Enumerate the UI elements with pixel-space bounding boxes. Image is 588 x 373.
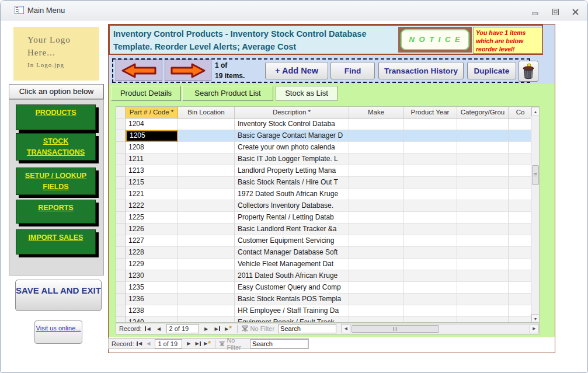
table-row[interactable]: 1222Collectors Inventory Database. [116, 200, 539, 212]
cell[interactable] [178, 118, 235, 130]
record-position-box[interactable]: 2 of 19 [166, 324, 199, 333]
last-record-button[interactable]: ▶ [194, 339, 202, 348]
cell[interactable] [403, 282, 457, 294]
table-row[interactable]: 1235Easy Customer Query and Comp [116, 282, 539, 294]
visit-us-online-link[interactable]: Visit us online... [34, 320, 82, 344]
cell[interactable] [403, 142, 457, 154]
cell[interactable] [178, 235, 235, 247]
cell[interactable] [403, 235, 457, 247]
cell[interactable] [457, 189, 509, 200]
row-selector[interactable] [116, 189, 126, 200]
cell[interactable] [457, 305, 509, 317]
scroll-right-icon[interactable]: ▶ [530, 324, 539, 333]
row-selector[interactable] [116, 165, 126, 177]
cell[interactable] [509, 247, 532, 259]
delete-record-button[interactable] [519, 61, 538, 82]
cell[interactable] [178, 282, 235, 294]
description-cell[interactable]: Basic Stock Rentals / Hire Out T [235, 177, 349, 189]
search-input[interactable] [250, 339, 308, 348]
row-selector[interactable] [116, 247, 126, 259]
cell[interactable] [403, 247, 457, 259]
cell[interactable] [178, 165, 235, 177]
first-record-button[interactable]: ◀ [135, 339, 144, 348]
cell[interactable] [457, 118, 509, 130]
select-all-cell[interactable] [116, 107, 126, 118]
description-cell[interactable]: 2011 Dated South African Kruge [235, 270, 349, 282]
add-new-button[interactable]: + Add New [265, 62, 328, 79]
part-code-cell[interactable]: 1211 [126, 154, 178, 165]
part-code-cell[interactable]: 1227 [126, 235, 178, 247]
description-cell[interactable]: Vehicle Fleet Management Dat [235, 259, 349, 270]
description-cell[interactable]: Inventory Stock Control Databa [235, 118, 349, 130]
column-header[interactable]: Description * [235, 107, 349, 118]
description-cell[interactable]: Basic Stock Rentals POS Templa [235, 294, 349, 305]
row-selector[interactable] [116, 142, 126, 154]
cell[interactable] [509, 294, 532, 305]
new-record-button[interactable]: ▶* [224, 324, 234, 333]
cell[interactable] [178, 259, 235, 270]
cell[interactable] [403, 305, 457, 317]
previous-record-button[interactable]: ◀ [144, 339, 152, 348]
vertical-scrollbar[interactable]: ▲ ▼ [531, 107, 539, 323]
cell[interactable] [457, 212, 509, 224]
new-record-button[interactable]: ▶* [203, 339, 211, 348]
column-header[interactable]: Make [349, 107, 403, 118]
cell[interactable] [349, 235, 403, 247]
cell[interactable] [403, 212, 457, 224]
row-selector[interactable] [116, 282, 126, 294]
description-cell[interactable]: Collectors Inventory Database. [235, 200, 349, 212]
part-code-cell[interactable]: 1213 [126, 165, 178, 177]
cell[interactable] [178, 305, 235, 317]
description-cell[interactable]: Customer Equipment Servicing [235, 235, 349, 247]
sidebar-button-reports[interactable]: REPORTS [16, 200, 96, 224]
scroll-down-icon[interactable]: ▼ [531, 314, 540, 323]
table-row[interactable]: 1228Contact Manager Database Soft [116, 247, 539, 259]
cell[interactable] [509, 270, 532, 282]
search-input[interactable] [278, 324, 336, 333]
cell[interactable] [178, 189, 235, 200]
part-code-cell[interactable]: 1230 [126, 270, 178, 282]
cell[interactable] [509, 154, 532, 165]
cell[interactable] [349, 177, 403, 189]
row-selector[interactable] [116, 212, 126, 224]
part-code-cell[interactable]: 1222 [126, 200, 178, 212]
scroll-up-icon[interactable]: ▲ [531, 107, 540, 116]
cell[interactable] [403, 270, 457, 282]
description-cell[interactable]: Basic Landlord Rent Tracker &a [235, 224, 349, 235]
cell[interactable] [403, 200, 457, 212]
cell[interactable] [349, 130, 403, 142]
column-header[interactable]: Bin Location [178, 107, 235, 118]
column-header[interactable]: Product Year [403, 107, 457, 118]
scroll-left-icon[interactable]: ◀ [341, 324, 350, 333]
cell[interactable] [509, 282, 532, 294]
row-selector[interactable] [116, 224, 126, 235]
part-code-cell[interactable]: 1238 [126, 305, 178, 317]
close-button[interactable] [568, 6, 583, 17]
cell[interactable] [457, 259, 509, 270]
horizontal-scroll-thumb[interactable] [352, 325, 439, 333]
tab-search-product-list[interactable]: Search Product List [182, 86, 273, 101]
sidebar-button-products[interactable]: PRODUCTS [16, 104, 96, 130]
cell[interactable] [403, 154, 457, 165]
cell[interactable] [509, 200, 532, 212]
cell[interactable] [457, 154, 509, 165]
description-cell[interactable]: Landlord Property Letting Mana [235, 165, 349, 177]
filter-status[interactable]: No Filter [241, 325, 275, 332]
row-selector[interactable] [116, 154, 126, 165]
save-all-and-exit-button[interactable]: SAVE ALL AND EXIT [15, 280, 102, 311]
next-record-arrow-button[interactable] [165, 60, 211, 81]
cell[interactable] [509, 317, 532, 323]
cell[interactable] [457, 294, 509, 305]
column-header[interactable]: Category/Grou [457, 107, 509, 118]
cell[interactable] [349, 189, 403, 200]
part-code-cell[interactable]: 1221 [126, 189, 178, 200]
cell[interactable] [349, 305, 403, 317]
cell[interactable] [509, 142, 532, 154]
cell[interactable] [349, 247, 403, 259]
table-row[interactable]: 1226Basic Landlord Rent Tracker &a [116, 224, 539, 235]
filter-status[interactable]: No Filter [219, 337, 246, 351]
cell[interactable] [403, 317, 457, 323]
cell[interactable] [178, 142, 235, 154]
description-cell[interactable]: Create your own photo calenda [235, 142, 349, 154]
cell[interactable] [403, 294, 457, 305]
